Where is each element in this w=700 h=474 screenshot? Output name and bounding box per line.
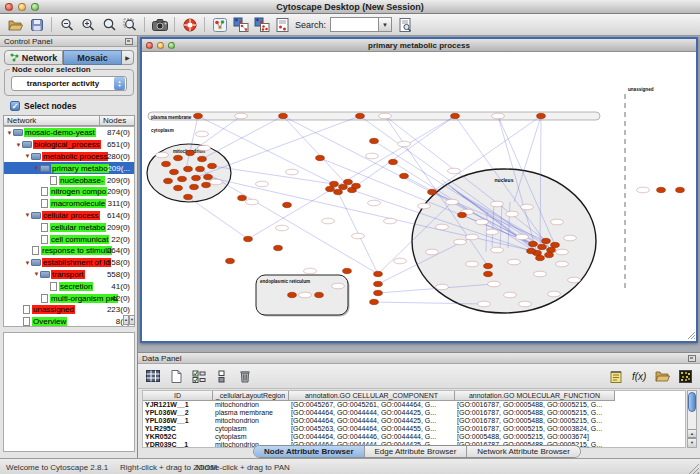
region-plasma-membrane[interactable] bbox=[148, 112, 600, 120]
tree-row[interactable]: ▼mosaic-demo-yeast874(0) bbox=[4, 127, 134, 139]
gene-node[interactable] bbox=[244, 236, 253, 241]
gene-node[interactable] bbox=[208, 163, 217, 168]
tree-row[interactable]: multi-organism pro42(0) bbox=[4, 292, 134, 304]
expander-icon[interactable]: ▼ bbox=[24, 153, 31, 159]
annotations-button[interactable] bbox=[272, 15, 293, 34]
network-window-title-bar[interactable]: primary metabolic process bbox=[142, 39, 696, 52]
float-panel-icon[interactable] bbox=[688, 355, 696, 362]
gene-node[interactable] bbox=[174, 185, 183, 190]
gene-node[interactable] bbox=[428, 189, 437, 194]
gene-label-node[interactable] bbox=[246, 199, 259, 205]
expander-icon[interactable]: ▼ bbox=[24, 212, 31, 218]
tree-row[interactable]: secretion41(0) bbox=[4, 280, 134, 292]
gene-node[interactable] bbox=[537, 113, 546, 118]
attribute-browser-tab[interactable]: Edge Attribute Browser bbox=[365, 446, 468, 457]
gene-label-node[interactable] bbox=[156, 152, 169, 158]
attribute-browser-tab[interactable]: Node Attribute Browser bbox=[254, 446, 365, 457]
gene-node[interactable] bbox=[198, 156, 207, 161]
gene-node[interactable] bbox=[374, 281, 383, 286]
gene-label-node[interactable] bbox=[488, 281, 501, 287]
tree-row[interactable]: cell communicat22(0) bbox=[4, 233, 134, 245]
gene-label-node[interactable] bbox=[418, 203, 431, 209]
gene-node[interactable] bbox=[374, 290, 383, 295]
gene-node[interactable] bbox=[339, 184, 348, 189]
table-row[interactable]: YJR121W__1mitochondrion[GO:0045267, GO:0… bbox=[143, 401, 685, 409]
gene-label-node[interactable] bbox=[286, 169, 299, 175]
column-header[interactable]: annotation.GO CELLULAR_COMPONENT bbox=[289, 391, 455, 401]
gene-node[interactable] bbox=[451, 113, 460, 118]
gene-node[interactable] bbox=[204, 174, 213, 179]
tree-row[interactable]: response to stimulu264(0) bbox=[4, 245, 134, 257]
gene-label-node[interactable] bbox=[521, 204, 534, 210]
gene-label-node[interactable] bbox=[426, 249, 439, 255]
gene-label-node[interactable] bbox=[556, 261, 569, 267]
tree-row[interactable]: nucleobase-209(0) bbox=[4, 174, 134, 186]
gene-node[interactable] bbox=[529, 241, 538, 246]
tree-row[interactable]: ▼transport558(0) bbox=[4, 269, 134, 281]
gene-label-node[interactable] bbox=[519, 301, 532, 307]
tree-row[interactable]: nitrogen compo209(0) bbox=[4, 186, 134, 198]
scroll-up-button[interactable]: ▲ bbox=[688, 429, 696, 438]
expander-icon[interactable]: ▼ bbox=[15, 142, 22, 148]
gene-node[interactable] bbox=[315, 292, 324, 297]
float-panel-icon[interactable] bbox=[125, 38, 133, 45]
tree-col-nodes[interactable]: Nodes bbox=[99, 115, 135, 126]
gene-node[interactable] bbox=[370, 299, 379, 304]
gene-node[interactable] bbox=[283, 202, 292, 207]
gene-label-node[interactable] bbox=[304, 268, 317, 274]
tab-overflow-button[interactable]: ▶ bbox=[122, 50, 134, 65]
gene-node[interactable] bbox=[536, 255, 545, 260]
gene-label-node[interactable] bbox=[491, 201, 504, 207]
gene-label-node[interactable] bbox=[332, 283, 345, 289]
gene-node[interactable] bbox=[316, 155, 325, 160]
gene-node[interactable] bbox=[288, 292, 297, 297]
column-header[interactable]: annotation.GO MOLECULAR_FUNCTION bbox=[455, 391, 615, 401]
tree-scroll-down-button[interactable]: ▼ bbox=[129, 315, 135, 325]
tree-row[interactable]: unassigned223(0) bbox=[4, 304, 134, 316]
gene-label-node[interactable] bbox=[466, 261, 479, 267]
gene-label-node[interactable] bbox=[548, 291, 561, 297]
gene-label-node[interactable] bbox=[454, 239, 467, 245]
import-attributes-button[interactable] bbox=[653, 367, 671, 385]
gene-node[interactable] bbox=[458, 212, 467, 217]
scroll-down-button[interactable]: ▼ bbox=[688, 438, 696, 447]
gene-node[interactable] bbox=[196, 166, 205, 171]
view-overlay-1-button[interactable] bbox=[230, 15, 251, 34]
search-input[interactable] bbox=[330, 17, 378, 32]
tab-mosaic[interactable]: Mosaic bbox=[63, 50, 122, 65]
gene-label-node[interactable] bbox=[436, 284, 449, 290]
tree-row[interactable]: Overview8(0) bbox=[4, 316, 134, 327]
gene-label-node[interactable] bbox=[398, 141, 411, 147]
gene-label-node[interactable] bbox=[637, 187, 650, 193]
gene-node[interactable] bbox=[542, 238, 551, 243]
vizmapper-button[interactable] bbox=[209, 15, 230, 34]
gene-label-node[interactable] bbox=[564, 235, 577, 241]
gene-label-node[interactable] bbox=[235, 113, 248, 119]
column-header[interactable]: ID bbox=[143, 391, 213, 401]
gene-label-node[interactable] bbox=[556, 249, 569, 255]
gene-node[interactable] bbox=[194, 113, 203, 118]
table-row[interactable]: YPL036W__1mitochondrion[GO:0044464, GO:0… bbox=[143, 417, 685, 425]
search-options-button[interactable] bbox=[395, 15, 416, 34]
gene-label-node[interactable] bbox=[196, 131, 209, 137]
column-header[interactable]: _cellularLayoutRegion bbox=[213, 391, 289, 401]
table-row[interactable]: YPL036W__2plasma membrane[GO:0044464, GO… bbox=[143, 409, 685, 417]
gene-node[interactable] bbox=[190, 184, 199, 189]
save-session-button[interactable] bbox=[26, 15, 47, 34]
gene-label-node[interactable] bbox=[516, 234, 529, 240]
gene-node[interactable] bbox=[178, 176, 187, 181]
resize-grip[interactable] bbox=[688, 463, 699, 474]
attribute-browser-tab[interactable]: Network Attribute Browser bbox=[467, 446, 579, 457]
gene-node[interactable] bbox=[547, 247, 556, 252]
gene-node[interactable] bbox=[279, 113, 288, 118]
node-color-dropdown[interactable]: transporter activity ▲▼ bbox=[11, 76, 127, 91]
scrollbar-thumb[interactable] bbox=[688, 392, 696, 412]
expander-icon[interactable]: ▼ bbox=[6, 130, 13, 136]
zoom-in-button[interactable] bbox=[77, 15, 98, 34]
gene-label-node[interactable] bbox=[508, 259, 521, 265]
gene-label-node[interactable] bbox=[198, 145, 211, 151]
tree-col-network[interactable]: Network bbox=[3, 115, 99, 126]
network-canvas[interactable]: plasma membranecytoplasmmitochondrionnuc… bbox=[142, 52, 696, 341]
gene-node[interactable] bbox=[344, 179, 353, 184]
gene-node[interactable] bbox=[551, 242, 560, 247]
